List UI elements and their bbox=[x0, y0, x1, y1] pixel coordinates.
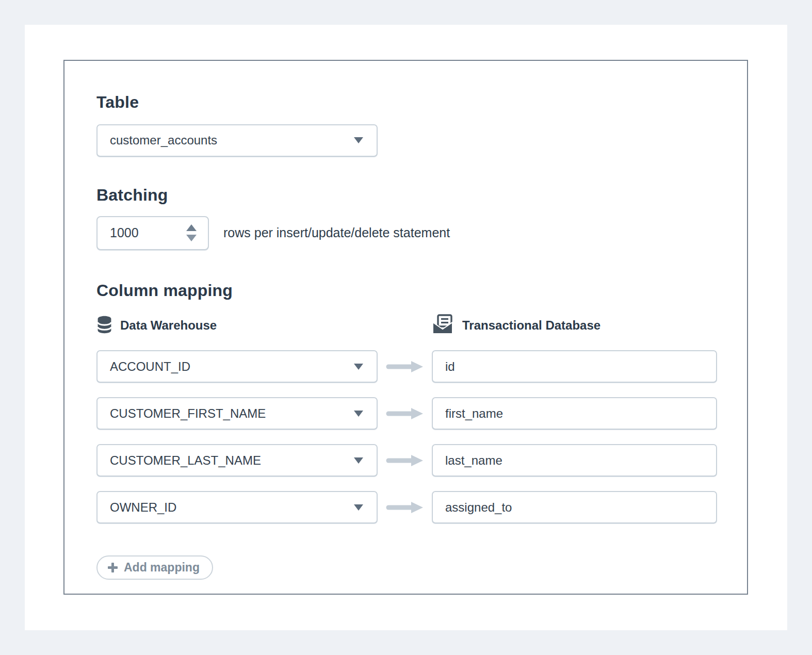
add-mapping-button-label: Add mapping bbox=[124, 561, 200, 575]
chevron-down-icon bbox=[354, 457, 363, 464]
batch-size-description: rows per insert/update/delete statement bbox=[223, 225, 450, 240]
batch-size-stepper[interactable] bbox=[96, 216, 209, 250]
batching-row: rows per insert/update/delete statement bbox=[96, 216, 747, 250]
chevron-down-icon bbox=[354, 504, 363, 511]
mapping-row: CUSTOMER_FIRST_NAME bbox=[96, 397, 747, 430]
sync-config-panel: Table customer_accounts Batching rows pe… bbox=[63, 60, 748, 595]
source-column-header-label: Data Warehouse bbox=[120, 318, 217, 333]
batch-size-input[interactable] bbox=[110, 225, 167, 240]
mapping-row: OWNER_ID bbox=[96, 491, 747, 523]
inbox-document-icon bbox=[432, 314, 454, 337]
stepper-arrows bbox=[186, 224, 197, 241]
arrow-right-icon bbox=[378, 501, 432, 514]
content-card: Table customer_accounts Batching rows pe… bbox=[25, 25, 787, 630]
table-section-heading: Table bbox=[96, 93, 747, 112]
stepper-up-icon[interactable] bbox=[186, 224, 197, 231]
target-column-input[interactable] bbox=[432, 491, 717, 523]
source-column-select[interactable]: OWNER_ID bbox=[96, 491, 378, 523]
table-select[interactable]: customer_accounts bbox=[96, 124, 378, 157]
chevron-down-icon bbox=[354, 137, 363, 143]
target-column-input[interactable] bbox=[432, 397, 717, 430]
mapping-column-headers: Data Warehouse Transactional Database bbox=[96, 314, 747, 337]
arrow-right-icon bbox=[378, 407, 432, 420]
chevron-down-icon bbox=[354, 364, 363, 370]
source-column-value: ACCOUNT_ID bbox=[110, 359, 190, 374]
target-column-header-label: Transactional Database bbox=[462, 318, 600, 333]
source-column-select[interactable]: CUSTOMER_LAST_NAME bbox=[96, 444, 378, 477]
plus-icon bbox=[107, 562, 118, 573]
chevron-down-icon bbox=[354, 411, 363, 417]
batching-section-heading: Batching bbox=[96, 186, 747, 205]
source-column-header: Data Warehouse bbox=[96, 315, 432, 336]
source-column-select[interactable]: ACCOUNT_ID bbox=[96, 350, 378, 383]
mapping-row: CUSTOMER_LAST_NAME bbox=[96, 444, 747, 477]
source-column-select[interactable]: CUSTOMER_FIRST_NAME bbox=[96, 397, 378, 430]
column-mapping-heading: Column mapping bbox=[96, 281, 747, 300]
stepper-down-icon[interactable] bbox=[186, 235, 197, 241]
target-column-input[interactable] bbox=[432, 350, 717, 383]
arrow-right-icon bbox=[378, 454, 432, 467]
mapping-row: ACCOUNT_ID bbox=[96, 350, 747, 383]
database-icon bbox=[96, 315, 112, 336]
add-mapping-button[interactable]: Add mapping bbox=[96, 555, 213, 580]
target-column-header: Transactional Database bbox=[432, 314, 600, 337]
arrow-right-icon bbox=[378, 360, 432, 373]
target-column-input[interactable] bbox=[432, 444, 717, 477]
source-column-value: CUSTOMER_LAST_NAME bbox=[110, 453, 261, 468]
source-column-value: OWNER_ID bbox=[110, 500, 176, 515]
source-column-value: CUSTOMER_FIRST_NAME bbox=[110, 406, 266, 421]
table-select-value: customer_accounts bbox=[110, 133, 217, 148]
